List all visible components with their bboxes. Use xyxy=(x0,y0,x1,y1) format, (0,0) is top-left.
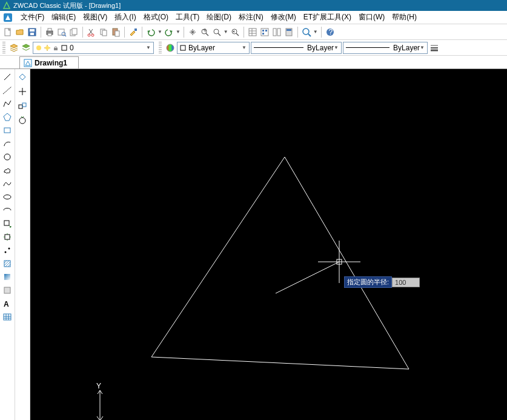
separator xyxy=(41,27,41,38)
publish-button[interactable] xyxy=(68,27,79,38)
spline-tool[interactable] xyxy=(2,178,13,189)
paste-button[interactable] xyxy=(110,27,121,38)
svg-point-65 xyxy=(8,248,10,250)
redo-button[interactable] xyxy=(164,27,174,38)
design-center-button[interactable] xyxy=(259,27,270,38)
svg-point-44 xyxy=(45,46,49,50)
bulb-icon xyxy=(36,45,42,51)
ellipse-arc-tool[interactable] xyxy=(2,205,13,216)
svg-rect-6 xyxy=(48,28,51,31)
zoom-previous-button[interactable] xyxy=(230,27,240,38)
menu-tools[interactable]: 工具(T) xyxy=(172,11,203,24)
color-dropdown[interactable]: ByLayer ▼ xyxy=(177,42,250,54)
svg-rect-3 xyxy=(30,29,35,32)
hatch-tool[interactable] xyxy=(2,258,13,269)
ucs-icon: Y xyxy=(96,382,103,420)
svg-rect-18 xyxy=(115,31,119,36)
modify-tool-2[interactable] xyxy=(17,86,28,97)
color-control-button[interactable] xyxy=(165,42,176,53)
undo-dropdown-icon[interactable]: ▼ xyxy=(157,29,162,35)
open-button[interactable] xyxy=(15,27,25,38)
construction-line-tool[interactable] xyxy=(2,85,13,96)
separator xyxy=(297,27,298,38)
zoom-window-button[interactable] xyxy=(211,27,222,38)
point-tool[interactable] xyxy=(2,245,13,256)
make-block-tool[interactable] xyxy=(2,232,13,242)
layer-dropdown[interactable]: 0 ▼ xyxy=(33,42,154,54)
rectangle-tool[interactable] xyxy=(2,125,13,136)
toolbar-grip[interactable] xyxy=(2,42,5,54)
polygon-tool[interactable] xyxy=(2,112,13,122)
svg-line-10 xyxy=(65,35,66,36)
zoom-realtime-button[interactable]: + xyxy=(199,27,210,38)
circle-tool[interactable] xyxy=(2,152,13,162)
menu-modify[interactable]: 修改(M) xyxy=(267,11,300,24)
modify-tool-4[interactable] xyxy=(17,115,28,126)
menu-draw[interactable]: 绘图(D) xyxy=(203,11,235,24)
copy-button[interactable] xyxy=(98,27,109,38)
zoom-extents-dropdown-icon[interactable]: ▼ xyxy=(313,29,318,35)
app-icon xyxy=(2,1,11,10)
menu-insert[interactable]: 插入(I) xyxy=(111,11,139,24)
lineweight-dropdown[interactable]: ByLayer ▼ xyxy=(343,42,428,54)
separator xyxy=(142,27,142,38)
print-button[interactable] xyxy=(44,27,55,38)
revcloud-tool[interactable] xyxy=(2,165,13,176)
calc-button[interactable] xyxy=(283,27,294,38)
title-bar: ZWCAD Classic 试用版 - [Drawing1] xyxy=(0,0,507,11)
zoom-extents-button[interactable] xyxy=(301,27,312,38)
prompt-value-input[interactable]: 100 xyxy=(392,278,420,287)
help-button[interactable]: ? xyxy=(325,27,336,38)
arc-tool[interactable] xyxy=(2,138,13,149)
new-button[interactable] xyxy=(2,27,13,38)
undo-button[interactable] xyxy=(145,27,156,38)
lineweight-settings-button[interactable] xyxy=(429,42,440,53)
document-tab[interactable]: Drawing1 xyxy=(19,56,79,68)
toolbar-grip[interactable] xyxy=(159,42,162,54)
triangle-entity[interactable] xyxy=(151,157,409,369)
separator xyxy=(244,27,244,38)
svg-rect-7 xyxy=(48,33,51,36)
menu-help[interactable]: 帮助(H) xyxy=(388,11,420,24)
ellipse-tool[interactable] xyxy=(2,192,13,202)
modify-tool-3[interactable] xyxy=(17,101,28,112)
svg-rect-16 xyxy=(102,30,107,36)
properties-button[interactable] xyxy=(247,27,258,38)
linetype-dropdown[interactable]: ByLayer ▼ xyxy=(251,42,342,54)
svg-rect-66 xyxy=(4,261,10,267)
menu-et[interactable]: ET扩展工具(X) xyxy=(300,11,355,24)
app-menu-button[interactable] xyxy=(2,12,13,23)
redo-dropdown-icon[interactable]: ▼ xyxy=(176,29,181,35)
menu-edit[interactable]: 编辑(E) xyxy=(48,11,79,24)
color-swatch-icon xyxy=(61,45,67,51)
separator xyxy=(124,27,125,38)
matchprop-button[interactable] xyxy=(128,27,139,38)
menu-dim[interactable]: 标注(N) xyxy=(235,11,267,24)
lineweight-label: ByLayer xyxy=(393,44,420,52)
menu-window[interactable]: 窗口(W) xyxy=(355,11,388,24)
gradient-tool[interactable] xyxy=(2,272,13,282)
svg-rect-27 xyxy=(249,28,256,36)
zoom-dropdown-icon[interactable]: ▼ xyxy=(224,29,228,35)
menu-view[interactable]: 视图(V) xyxy=(79,11,111,24)
svg-point-23 xyxy=(214,29,219,34)
menu-file[interactable]: 文件(F) xyxy=(17,11,48,24)
pan-button[interactable] xyxy=(187,27,198,38)
polyline-tool[interactable] xyxy=(2,98,13,109)
cut-button[interactable] xyxy=(86,27,97,38)
layer-states-button[interactable] xyxy=(21,42,31,53)
color-label: ByLayer xyxy=(188,44,215,52)
region-tool[interactable] xyxy=(2,285,13,296)
svg-rect-12 xyxy=(72,28,77,35)
save-button[interactable] xyxy=(27,27,38,38)
modify-tool-1[interactable] xyxy=(17,72,28,82)
preview-button[interactable] xyxy=(56,27,67,38)
line-tool[interactable] xyxy=(2,72,13,82)
tool-palettes-button[interactable] xyxy=(271,27,282,38)
table-tool[interactable] xyxy=(2,312,13,322)
drawing-canvas[interactable]: Y 指定圆的半径: 100 xyxy=(30,69,507,420)
layer-manager-button[interactable] xyxy=(8,42,19,53)
insert-block-tool[interactable] xyxy=(2,218,13,229)
menu-format[interactable]: 格式(O) xyxy=(140,11,172,24)
mtext-tool[interactable]: A xyxy=(2,298,13,309)
